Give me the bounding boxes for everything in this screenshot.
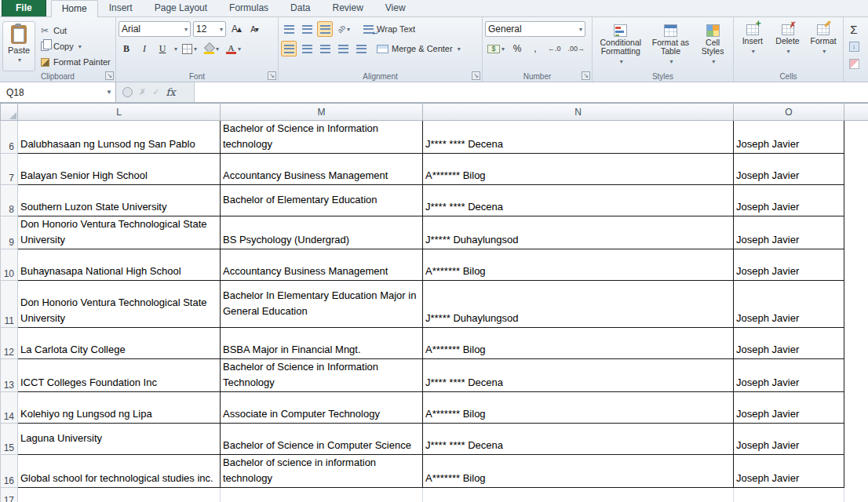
increase-indent-button[interactable] bbox=[353, 41, 369, 56]
cell-L7[interactable]: Balayan Senior High School bbox=[18, 154, 221, 185]
bold-button[interactable]: B bbox=[119, 41, 134, 56]
tab-home[interactable]: Home bbox=[51, 0, 98, 17]
name-box[interactable]: Q18 ▼ bbox=[0, 82, 116, 102]
conditional-formatting-button[interactable]: Conditional Formatting ▾ bbox=[595, 22, 647, 68]
cell-L17[interactable] bbox=[18, 488, 221, 502]
cell-N12[interactable]: A******* Bilog bbox=[423, 328, 734, 359]
align-center-button[interactable] bbox=[299, 41, 315, 56]
cell-M6[interactable]: Bachelor of Science in Information techn… bbox=[221, 121, 423, 154]
cell-L9[interactable]: Don Honorio Ventura Technological State … bbox=[18, 216, 221, 249]
cell-L16[interactable]: Global school for technological studies … bbox=[18, 455, 221, 488]
cell-O10[interactable]: Joseph Javier bbox=[734, 249, 844, 281]
copy-button[interactable]: Copy ▾ bbox=[38, 39, 112, 53]
row-header-6[interactable]: 6 bbox=[1, 121, 18, 154]
tab-review[interactable]: Review bbox=[321, 0, 374, 16]
cell-O13[interactable]: Joseph Javier bbox=[734, 359, 844, 392]
cell-M9[interactable]: BS Psychology (Undergrad) bbox=[221, 216, 423, 249]
autosum-button[interactable]: Σ bbox=[846, 21, 862, 37]
clipboard-dialog-launcher[interactable]: ↘ bbox=[105, 71, 114, 80]
cell-M13[interactable]: Bachelor of Science in Information Techn… bbox=[221, 359, 423, 392]
font-dialog-launcher[interactable]: ↘ bbox=[268, 71, 276, 80]
cell-N13[interactable]: J**** **** Decena bbox=[423, 359, 734, 392]
cell-M11[interactable]: Bachelor In Elementary Education Major i… bbox=[221, 281, 423, 328]
row-header-12[interactable]: 12 bbox=[1, 328, 18, 359]
cell-L15[interactable]: Laguna University bbox=[18, 424, 221, 455]
col-header-N[interactable]: N bbox=[423, 104, 734, 121]
wrap-text-button[interactable]: Wrap Text bbox=[361, 21, 418, 37]
cell-L13[interactable]: ICCT Colleges Foundation Inc bbox=[18, 359, 221, 392]
cell-M12[interactable]: BSBA Major in Financial Mngt. bbox=[221, 328, 423, 359]
paste-button[interactable]: Paste ▾ bbox=[2, 21, 35, 71]
cell-O14[interactable]: Joseph Javier bbox=[734, 392, 844, 424]
cell-O6[interactable]: Joseph Javier bbox=[734, 121, 844, 154]
align-right-button[interactable] bbox=[317, 41, 333, 56]
cell-O7[interactable]: Joseph Javier bbox=[734, 154, 844, 185]
row-header-9[interactable]: 9 bbox=[1, 216, 18, 249]
cell-M17[interactable] bbox=[221, 488, 423, 502]
cell-L8[interactable]: Southern Luzon State University bbox=[18, 185, 221, 216]
cell-O9[interactable]: Joseph Javier bbox=[734, 216, 844, 249]
shrink-font-button[interactable] bbox=[246, 21, 262, 37]
decrease-indent-button[interactable] bbox=[335, 41, 351, 56]
row-header-10[interactable]: 10 bbox=[1, 249, 18, 281]
tab-view[interactable]: View bbox=[374, 0, 417, 16]
grow-font-button[interactable] bbox=[228, 21, 244, 37]
cell-L10[interactable]: Buhaynasapa National High School bbox=[18, 249, 221, 281]
font-size-select[interactable]: 12 ▾ bbox=[193, 21, 226, 37]
cell-N14[interactable]: A******* Bilog bbox=[423, 392, 734, 424]
fill-button[interactable]: ↓ bbox=[846, 38, 862, 54]
align-bottom-button[interactable] bbox=[317, 21, 333, 37]
align-top-button[interactable] bbox=[281, 21, 297, 37]
number-dialog-launcher[interactable]: ↘ bbox=[582, 71, 590, 80]
align-left-button[interactable] bbox=[281, 41, 297, 56]
format-painter-button[interactable]: Format Painter bbox=[38, 55, 112, 69]
clear-button[interactable] bbox=[846, 56, 862, 71]
tab-formulas[interactable]: Formulas bbox=[218, 0, 279, 16]
cell-M14[interactable]: Associate in Computer Technology bbox=[221, 392, 423, 424]
cell-M16[interactable]: Bachelor of science in information techn… bbox=[221, 455, 423, 488]
font-color-button[interactable]: A▾ bbox=[224, 41, 243, 56]
cell-O8[interactable]: Joseph Javier bbox=[734, 185, 844, 216]
formula-input[interactable] bbox=[195, 82, 868, 102]
row-header-7[interactable]: 7 bbox=[1, 154, 18, 185]
cell-O17[interactable] bbox=[734, 488, 844, 502]
cell-O16[interactable]: Joseph Javier bbox=[734, 455, 844, 488]
select-all-corner[interactable] bbox=[1, 104, 18, 121]
cell-N8[interactable]: J**** **** Decena bbox=[423, 185, 734, 216]
cell-O11[interactable]: Joseph Javier bbox=[734, 281, 844, 328]
row-header-13[interactable]: 13 bbox=[1, 359, 18, 392]
alignment-dialog-launcher[interactable]: ↘ bbox=[472, 71, 480, 80]
accounting-format-button[interactable]: $▾ bbox=[485, 41, 507, 56]
cell-O12[interactable]: Joseph Javier bbox=[734, 328, 844, 359]
number-format-select[interactable]: General ▾ bbox=[485, 21, 585, 37]
tab-data[interactable]: Data bbox=[279, 0, 321, 16]
align-middle-button[interactable] bbox=[299, 21, 315, 37]
orientation-button[interactable]: ab▾ bbox=[335, 21, 352, 37]
row-header-15[interactable]: 15 bbox=[1, 424, 18, 455]
delete-cells-button[interactable]: Delete ▾ bbox=[771, 22, 804, 58]
file-tab[interactable]: File bbox=[2, 0, 46, 16]
cell-N11[interactable]: J***** Duhaylungsod bbox=[423, 281, 734, 328]
cell-L12[interactable]: La Carlota City College bbox=[18, 328, 221, 359]
row-header-8[interactable]: 8 bbox=[1, 185, 18, 216]
col-header-M[interactable]: M bbox=[221, 104, 423, 121]
row-header-11[interactable]: 11 bbox=[1, 281, 18, 328]
font-family-select[interactable]: Arial ▾ bbox=[119, 21, 191, 37]
insert-cells-button[interactable]: Insert ▾ bbox=[736, 22, 769, 58]
cell-N6[interactable]: J**** **** Decena bbox=[423, 121, 734, 154]
increase-decimal-button[interactable]: ←.0 bbox=[545, 41, 563, 56]
tab-page-layout[interactable]: Page Layout bbox=[144, 0, 218, 16]
borders-button[interactable]: ▾ bbox=[180, 41, 199, 56]
cell-styles-button[interactable]: Cell Styles ▾ bbox=[695, 22, 731, 68]
cell-O15[interactable]: Joseph Javier bbox=[734, 424, 844, 455]
underline-button[interactable]: U bbox=[155, 41, 170, 56]
cell-M8[interactable]: Bachelor of Elementary Education bbox=[221, 185, 423, 216]
comma-style-button[interactable]: , bbox=[527, 41, 543, 56]
col-header-L[interactable]: L bbox=[18, 104, 221, 121]
insert-function-button[interactable]: fx bbox=[166, 86, 175, 98]
cell-N9[interactable]: J***** Duhaylungsod bbox=[423, 216, 734, 249]
cell-N15[interactable]: J**** **** Decena bbox=[423, 424, 734, 455]
italic-button[interactable]: I bbox=[137, 41, 152, 56]
decrease-decimal-button[interactable]: .00→ bbox=[566, 41, 588, 56]
cell-M15[interactable]: Bachelor of Science in Computer Science bbox=[221, 424, 423, 455]
